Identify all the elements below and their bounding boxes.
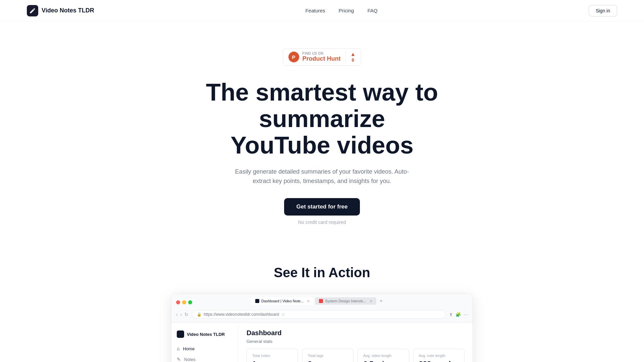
tab-close-icon-2[interactable]: ✕	[370, 299, 372, 303]
logo-svg	[29, 7, 36, 14]
tab-favicon-dark	[255, 299, 259, 303]
navbar: Video Notes TLDR Features Pricing FAQ Si…	[0, 0, 644, 21]
ph-votes: ▲ 6	[345, 51, 356, 63]
sidebar-logo: Video Notes TLDR	[171, 328, 238, 343]
notes-icon: ✎	[177, 357, 181, 362]
ph-vote-count: 6	[352, 57, 355, 63]
ph-logo: P	[288, 52, 299, 62]
logo-icon	[27, 5, 38, 16]
sign-in-button[interactable]: Sign in	[589, 5, 617, 16]
stat-avg-video-label: Avg. video length	[363, 354, 404, 358]
bookmark-button[interactable]: ☆	[281, 312, 285, 317]
browser-tab-active[interactable]: Dashboard | Video Note... ✕	[251, 297, 314, 305]
stat-total-tags-label: Total tags	[308, 354, 348, 358]
home-icon: ⌂	[177, 346, 179, 351]
browser-tabs: Dashboard | Video Note... ✕ System Desig…	[251, 297, 385, 305]
stat-avg-note-value: 233 words	[419, 360, 459, 362]
share-icon[interactable]: ⬆	[449, 312, 453, 317]
back-button[interactable]: ‹	[176, 312, 178, 317]
stat-total-notes-label: Total notes	[252, 354, 292, 358]
browser-action-icons: ⬆ 🧩 ⋯	[449, 312, 468, 317]
win-minimize-button[interactable]	[182, 300, 186, 304]
stat-avg-note-label: Avg. note length	[419, 354, 459, 358]
tab-favicon-red	[319, 299, 323, 303]
stat-avg-note-length: Avg. note length 233 words	[413, 349, 465, 362]
lock-icon: 🔒	[197, 312, 202, 317]
browser-chrome: Dashboard | Video Note... ✕ System Desig…	[171, 294, 473, 322]
stat-avg-video-value: 6.5 min	[363, 360, 404, 362]
action-section: See It in Action Dashboard | Video Note.…	[0, 245, 644, 362]
ph-text: FIND US ON Product Hunt	[303, 52, 341, 62]
new-tab-button[interactable]: +	[378, 298, 385, 304]
section-title: See It in Action	[274, 265, 370, 280]
stats-grid: Total notes 1 Total tags 3 Avg. video le…	[247, 349, 465, 362]
general-stats-label: General stats	[247, 339, 465, 344]
win-maximize-button[interactable]	[188, 300, 192, 304]
nav-links: Features Pricing FAQ	[305, 8, 377, 13]
app-content: Video Notes TLDR ⌂ Home ✎ Notes 🏷 Tags 👤…	[171, 322, 473, 362]
nav-faq[interactable]: FAQ	[367, 8, 377, 13]
sidebar-item-home[interactable]: ⌂ Home	[171, 343, 238, 354]
sidebar-item-notes[interactable]: ✎ Notes	[171, 354, 238, 362]
browser-address-bar: ‹ › ↻ 🔒 https://www.videonotestldr.com/d…	[176, 310, 468, 319]
nav-pricing[interactable]: Pricing	[339, 8, 354, 13]
extensions-icon[interactable]: 🧩	[455, 312, 461, 317]
win-close-button[interactable]	[176, 300, 180, 304]
stat-total-tags-value: 3	[308, 360, 348, 362]
hero-title: The smartest way to summarize YouTube vi…	[171, 79, 473, 159]
nav-controls: ‹ › ↻	[176, 312, 189, 317]
refresh-button[interactable]: ↻	[184, 312, 189, 317]
stat-total-notes-value: 1	[252, 360, 292, 362]
app-main: Dashboard General stats Total notes 1 To…	[238, 322, 473, 362]
brand-name: Video Notes TLDR	[42, 7, 94, 14]
nav-features[interactable]: Features	[305, 8, 325, 13]
browser-tab-2[interactable]: System Design Intervie... ✕	[315, 297, 376, 305]
stat-total-tags: Total tags 3	[302, 349, 354, 362]
app-sidebar: Video Notes TLDR ⌂ Home ✎ Notes 🏷 Tags 👤…	[171, 322, 238, 362]
browser-mockup: Dashboard | Video Note... ✕ System Desig…	[171, 294, 473, 362]
hero-subtitle: Easily generate detailed summaries of yo…	[228, 167, 416, 186]
menu-icon[interactable]: ⋯	[464, 312, 468, 317]
window-buttons	[176, 300, 192, 304]
nav-logo[interactable]: Video Notes TLDR	[27, 5, 94, 16]
forward-button[interactable]: ›	[180, 312, 182, 317]
hero-section: P FIND US ON Product Hunt ▲ 6 The smarte…	[0, 21, 644, 245]
ph-product-hunt-name: Product Hunt	[303, 55, 341, 62]
dashboard-title: Dashboard	[247, 329, 465, 337]
product-hunt-badge[interactable]: P FIND US ON Product Hunt ▲ 6	[283, 48, 362, 66]
cta-button[interactable]: Get started for free	[284, 198, 360, 216]
no-credit-card-label: No credit card required	[298, 220, 346, 225]
sidebar-logo-icon	[177, 330, 184, 338]
ph-upvote-arrow: ▲	[351, 51, 356, 57]
tab-close-icon[interactable]: ✕	[307, 299, 310, 303]
address-bar[interactable]: 🔒 https://www.videonotestldr.com/dashboa…	[192, 310, 446, 319]
stat-avg-video-length: Avg. video length 6.5 min	[358, 349, 409, 362]
ph-find-us-label: FIND US ON	[303, 52, 324, 55]
stat-total-notes: Total notes 1	[247, 349, 298, 362]
